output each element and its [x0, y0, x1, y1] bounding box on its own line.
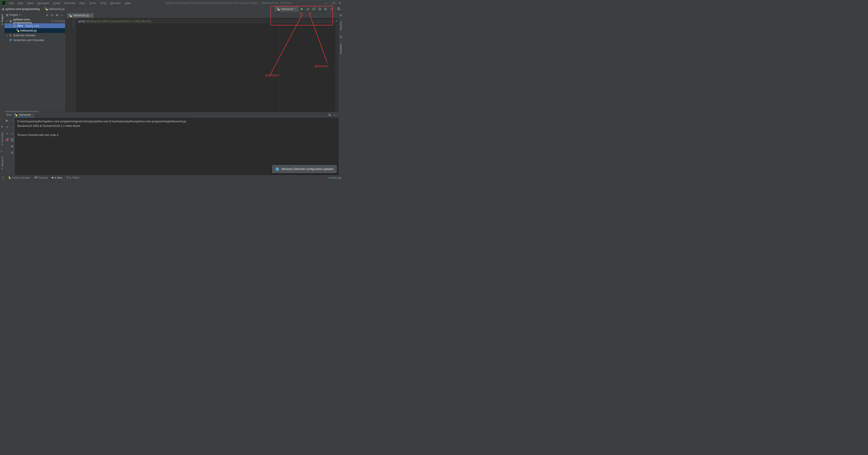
stop-button[interactable] [5, 125, 9, 129]
todo-icon: ☑ [66, 176, 68, 179]
project-tree[interactable]: ▣ python-core-programming D:\workspa ▣ v… [4, 18, 65, 111]
svg-rect-15 [331, 8, 333, 10]
clear-button[interactable]: 🗑 [10, 150, 14, 155]
console-line: Process finished with exit code 0 [17, 133, 58, 136]
tab-close-icon[interactable]: × [90, 14, 92, 17]
menu-vcs[interactable]: VCS [98, 1, 108, 5]
concurrency-button[interactable] [323, 7, 328, 11]
status-run[interactable]: ▶4: Run [52, 176, 62, 179]
tab-close-icon[interactable]: × [32, 113, 34, 116]
run-icon: ▶ [52, 176, 54, 179]
close-icon[interactable]: ✕ [339, 1, 341, 5]
python-icon [14, 113, 17, 116]
menu-window[interactable]: Window [108, 1, 123, 5]
navigation-bar: ▣ python-core-programming 〉 helloworld.p… [0, 6, 343, 12]
run-configuration-selector[interactable]: helloworld ▼ [275, 7, 299, 11]
soft-wrap-guide [279, 18, 279, 112]
hide-icon[interactable]: — [333, 113, 337, 117]
svg-rect-19 [6, 126, 8, 128]
grid-icon[interactable]: ⊞ [340, 13, 343, 17]
tool-tab-favorites[interactable]: 2: Favorites [0, 131, 4, 147]
svg-line-17 [340, 9, 340, 10]
left-tool-stripe: 1: Project ★ 2: Favorites ⌗ 7: Structure [0, 12, 4, 175]
chevron-down-icon[interactable]: ▼ [19, 14, 21, 16]
menu-refactor[interactable]: Refactor [63, 1, 78, 5]
coverage-button[interactable] [311, 7, 316, 11]
tree-venv-hint: library root [26, 24, 39, 27]
search-everywhere-button[interactable] [336, 7, 341, 11]
status-todo[interactable]: ☑6: TODO [66, 176, 80, 179]
svg-marker-18 [6, 120, 8, 122]
status-python-console[interactable]: 🐍Python Console [8, 176, 30, 179]
minimize-icon[interactable]: — [325, 1, 328, 5]
python-file-icon [45, 7, 48, 10]
breadcrumb-file[interactable]: helloworld.py [49, 7, 65, 11]
stop-button[interactable] [329, 7, 334, 11]
tool-tab-sciview[interactable]: SciView [339, 20, 343, 32]
status-terminal[interactable]: ⌨Terminal [34, 176, 48, 179]
tree-file-helloworld[interactable]: helloworld.py [4, 28, 65, 33]
tree-root-label: python-core-programming [13, 18, 48, 24]
soft-wrap-button[interactable]: ⇥ [10, 131, 14, 135]
run-button[interactable] [300, 7, 305, 11]
code-text[interactable]: print("Windows10 1903 & Pycharm2019.2.1 … [76, 18, 335, 112]
chevron-down-icon: ▼ [294, 8, 297, 10]
project-view-icon: ▤ [6, 13, 8, 17]
database-icon[interactable]: 🗄 [340, 35, 343, 38]
menu-file[interactable]: File [7, 1, 16, 5]
tool-tab-database[interactable]: Database [339, 42, 343, 56]
folder-icon: ▣ [13, 24, 16, 27]
tool-tab-structure[interactable]: 7: Structure [0, 155, 4, 171]
debug-button[interactable] [305, 7, 310, 11]
menu-tools[interactable]: Tools [87, 1, 98, 5]
project-tool-window: ▤Project ▼ ⊕ ⇆ ✿ — ▣ python-core-program… [4, 12, 65, 112]
menu-edit[interactable]: Edit [16, 1, 25, 5]
line-number: 2 [65, 24, 74, 28]
tree-scratches[interactable]: ◩ Scratches and Consoles [4, 38, 65, 42]
svg-line-5 [307, 10, 307, 10]
editor-tab-helloworld[interactable]: helloworld.py × [67, 13, 94, 18]
run-tab[interactable]: helloworld × [14, 113, 34, 117]
svg-point-16 [337, 8, 340, 10]
menu-help[interactable]: Help [123, 1, 133, 5]
hide-icon[interactable]: — [60, 13, 64, 17]
tool-window-quick-access[interactable]: ▢ [2, 176, 4, 179]
tree-scratch-label: Scratches and Consoles [13, 38, 44, 42]
tree-horizontal-scrollbar[interactable] [4, 111, 65, 112]
menu-view[interactable]: View [25, 1, 35, 5]
gear-icon[interactable]: ✿ [55, 13, 59, 17]
tree-venv[interactable]: ▣ venv library root [4, 23, 65, 28]
tool-tab-project[interactable]: 1: Project [0, 13, 4, 26]
collapse-icon[interactable]: ⇆ [50, 13, 54, 17]
up-button[interactable]: ↑ [10, 119, 14, 123]
libraries-icon: ⫸ [9, 34, 12, 37]
scroll-to-end-button[interactable]: ⤓ [10, 138, 14, 142]
breadcrumb-root[interactable]: python-core-programming [5, 7, 40, 11]
tree-root[interactable]: ▣ python-core-programming D:\workspa [4, 19, 65, 23]
inspection-ok-icon: ✔ [335, 19, 338, 23]
status-event-log[interactable]: ●Event Log [328, 176, 341, 179]
menu-run[interactable]: Run [78, 1, 87, 5]
tree-external-libraries[interactable]: ⫸ External Libraries [4, 33, 65, 38]
editor: helloworld.py × 1 2 print("Windows10 190… [65, 12, 339, 112]
menu-code[interactable]: Code [52, 1, 62, 5]
tree-root-path: D:\workspa [51, 20, 65, 23]
python-console-icon: 🐍 [8, 176, 11, 179]
print-button[interactable]: 🖶 [10, 144, 14, 148]
menu-navigate[interactable]: Navigate [36, 1, 51, 5]
project-header: ▤Project ▼ ⊕ ⇆ ✿ — [4, 12, 65, 18]
rerun-button[interactable] [5, 119, 9, 123]
info-icon: i [276, 167, 279, 171]
down-button[interactable]: ↓ [10, 125, 14, 129]
pin-button[interactable]: 📌 [5, 138, 9, 142]
python-file-icon [16, 29, 19, 32]
gear-icon[interactable]: ✿ [328, 113, 331, 117]
python-icon [277, 7, 280, 10]
notification-popup[interactable]: i Windows Defender configuration updated [272, 165, 337, 173]
profile-button[interactable] [317, 7, 322, 11]
maximize-icon[interactable]: ❐ [332, 1, 335, 5]
layout-button[interactable]: ≡ [5, 131, 9, 135]
locate-icon[interactable]: ⊕ [45, 13, 49, 17]
code-area[interactable]: 1 2 print("Windows10 1903 & Pycharm2019.… [65, 18, 339, 112]
svg-line-6 [309, 10, 309, 10]
